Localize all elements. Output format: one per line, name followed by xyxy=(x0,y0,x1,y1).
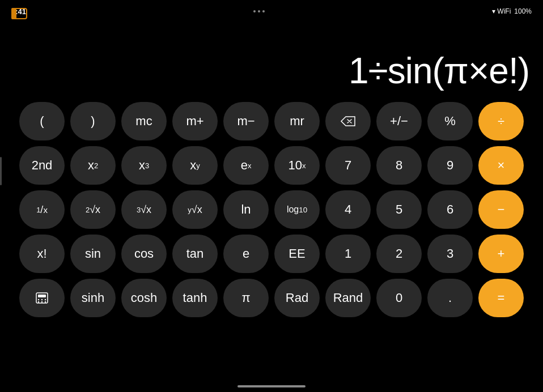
status-dot-1 xyxy=(253,10,256,12)
btn-open-paren[interactable]: ( xyxy=(19,102,65,140)
btn-multiply[interactable]: × xyxy=(478,146,524,185)
btn-square-root[interactable]: 2√x xyxy=(70,190,116,229)
btn-m-minus[interactable]: m− xyxy=(223,102,269,140)
svg-point-7 xyxy=(45,301,46,302)
btn-mr[interactable]: mr xyxy=(274,102,320,140)
btn-divide[interactable]: ÷ xyxy=(478,102,524,140)
btn-m-plus[interactable]: m+ xyxy=(172,102,218,140)
home-indicator xyxy=(237,385,306,387)
btn-sinh[interactable]: sinh xyxy=(70,279,116,317)
btn-nine[interactable]: 9 xyxy=(427,146,473,185)
btn-add[interactable]: + xyxy=(478,235,524,273)
battery-icon: 100% xyxy=(514,7,532,15)
btn-ln[interactable]: ln xyxy=(223,190,269,229)
btn-one[interactable]: 1 xyxy=(325,235,371,273)
btn-subtract[interactable]: − xyxy=(478,190,524,229)
status-dot-2 xyxy=(258,10,260,12)
btn-cos[interactable]: cos xyxy=(121,235,167,273)
svg-point-2 xyxy=(38,299,39,300)
svg-rect-1 xyxy=(38,295,46,297)
btn-cosh[interactable]: cosh xyxy=(121,279,167,317)
calc-row-0: ()mcm+m−mr +/−%÷ xyxy=(7,102,536,140)
btn-close-paren[interactable]: ) xyxy=(70,102,116,140)
btn-two[interactable]: 2 xyxy=(376,235,422,273)
btn-log10[interactable]: log10 xyxy=(274,190,320,229)
svg-point-4 xyxy=(45,299,46,300)
svg-point-6 xyxy=(41,301,43,302)
btn-x-squared[interactable]: x2 xyxy=(70,146,116,185)
status-bar: 9:41 ▾ WiFi 100% xyxy=(0,0,543,20)
btn-x-cubed[interactable]: x3 xyxy=(121,146,167,185)
btn-calc-menu[interactable] xyxy=(19,279,65,317)
display-expression: 1÷sin(π×e!) xyxy=(349,51,529,91)
calc-row-4: sinhcoshtanhπRadRand0.= xyxy=(7,279,536,317)
sidebar-icon xyxy=(11,8,27,19)
btn-euler[interactable]: e xyxy=(223,235,269,273)
btn-y-root[interactable]: y√x xyxy=(172,190,218,229)
btn-x-to-y[interactable]: xy xyxy=(172,146,218,185)
status-dot-3 xyxy=(262,10,265,12)
btn-cube-root[interactable]: 3√x xyxy=(121,190,167,229)
btn-tanh[interactable]: tanh xyxy=(172,279,218,317)
calc-row-1: 2ndx2x3xyex10x789× xyxy=(7,146,536,185)
sidebar-toggle-button[interactable] xyxy=(9,6,29,22)
calculator-grid: ()mcm+m−mr +/−%÷2ndx2x3xyex10x789×1/x2√x… xyxy=(0,100,543,326)
btn-ee[interactable]: EE xyxy=(274,235,320,273)
btn-percent[interactable]: % xyxy=(427,102,473,140)
btn-six[interactable]: 6 xyxy=(427,190,473,229)
calc-row-3: x!sincostaneEE123+ xyxy=(7,235,536,273)
btn-plus-minus[interactable]: +/− xyxy=(376,102,422,140)
calc-row-2: 1/x2√x3√xy√xlnlog10456− xyxy=(7,190,536,229)
btn-mc[interactable]: mc xyxy=(121,102,167,140)
btn-backspace[interactable] xyxy=(325,102,371,140)
btn-second[interactable]: 2nd xyxy=(19,146,65,185)
btn-sin[interactable]: sin xyxy=(70,235,116,273)
btn-equals[interactable]: = xyxy=(478,279,524,317)
svg-point-3 xyxy=(41,299,43,300)
btn-four[interactable]: 4 xyxy=(325,190,371,229)
status-center-dots xyxy=(253,10,265,12)
btn-eight[interactable]: 8 xyxy=(376,146,422,185)
btn-rand[interactable]: Rand xyxy=(325,279,371,317)
btn-seven[interactable]: 7 xyxy=(325,146,371,185)
status-right: ▾ WiFi 100% xyxy=(492,7,532,15)
left-edge-indicator xyxy=(0,157,2,185)
btn-tan[interactable]: tan xyxy=(172,235,218,273)
btn-zero[interactable]: 0 xyxy=(376,279,422,317)
btn-three[interactable]: 3 xyxy=(427,235,473,273)
calculator-display: 1÷sin(π×e!) xyxy=(0,20,543,100)
btn-factorial[interactable]: x! xyxy=(19,235,65,273)
wifi-icon: ▾ WiFi xyxy=(492,7,511,15)
svg-point-5 xyxy=(38,301,39,302)
btn-e-to-x[interactable]: ex xyxy=(223,146,269,185)
btn-pi[interactable]: π xyxy=(223,279,269,317)
btn-reciprocal[interactable]: 1/x xyxy=(19,190,65,229)
btn-ten-to-x[interactable]: 10x xyxy=(274,146,320,185)
btn-decimal[interactable]: . xyxy=(427,279,473,317)
btn-five[interactable]: 5 xyxy=(376,190,422,229)
btn-rad[interactable]: Rad xyxy=(274,279,320,317)
